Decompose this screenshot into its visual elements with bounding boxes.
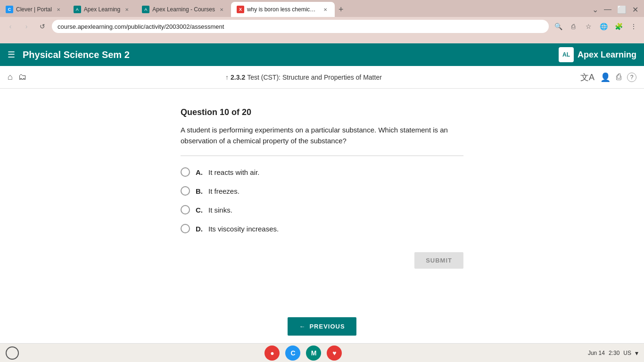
new-tab-button[interactable]: + [335, 5, 347, 15]
sub-header-left: ⌂ 🗂 [8, 72, 27, 82]
user-icon[interactable]: 👤 [600, 72, 611, 82]
radio-button-1[interactable] [181, 186, 190, 196]
search-icon[interactable]: 🔍 [552, 20, 565, 33]
taskbar-circle[interactable] [6, 346, 19, 360]
answer-choice-2[interactable]: C. It sinks. [181, 205, 463, 214]
tab-controls: ⌄ — ⬜ ✕ [590, 2, 644, 17]
breadcrumb-type: Test (CST): [247, 74, 281, 81]
extensions-icon[interactable]: 🧩 [612, 20, 625, 33]
back-button[interactable]: ‹ [4, 20, 17, 33]
submit-button[interactable]: SUBMIT [414, 252, 463, 269]
previous-label: PREVIOUS [309, 323, 345, 330]
question-text: A student is performing experiments on a… [181, 125, 463, 146]
address-input[interactable] [52, 20, 549, 33]
app-title: Physical Science Sem 2 [23, 49, 559, 60]
tab-favicon: A [74, 6, 81, 13]
taskbar-app-chrome[interactable]: ● [264, 346, 280, 361]
tab-tab4[interactable]: X why is boron less chemically re... ✕ [231, 2, 335, 17]
minimize-button[interactable]: — [602, 3, 613, 16]
taskbar-app-clever[interactable]: C [285, 346, 300, 361]
translate-icon[interactable]: 🌐 [597, 20, 610, 33]
breadcrumb-arrow: ↑ [225, 74, 229, 81]
help-icon[interactable]: ? [627, 73, 636, 82]
browser-chrome: C Clever | Portal ✕ A Apex Learning ✕ A … [0, 0, 644, 43]
choice-text-2: It sinks. [208, 206, 232, 214]
question-container: Question 10 of 20 A student is performin… [181, 107, 463, 233]
apex-logo-text: Apex Learning [578, 50, 636, 60]
taskbar-app-meet[interactable]: M [306, 346, 321, 361]
sub-header: ⌂ 🗂 ↑ 2.3.2 Test (CST): Structure and Pr… [0, 66, 644, 89]
choice-text-3: Its viscosity increases. [208, 225, 279, 233]
restore-button[interactable]: ⬜ [615, 3, 628, 16]
tab-tab2[interactable]: A Apex Learning ✕ [68, 2, 136, 17]
apex-logo-icon: AL [559, 47, 574, 62]
tab-favicon: C [6, 6, 13, 13]
choice-letter-3: D. [196, 225, 203, 233]
question-number: Question 10 of 20 [181, 107, 463, 117]
breadcrumb: ↑ 2.3.2 Test (CST): Structure and Proper… [31, 74, 577, 81]
tab-title: Clever | Portal [16, 6, 52, 13]
tab-close-icon[interactable]: ✕ [322, 6, 329, 13]
choice-letter-0: A. [196, 168, 203, 176]
answer-choice-1[interactable]: B. It freezes. [181, 186, 463, 196]
app-header: ☰ Physical Science Sem 2 AL Apex Learnin… [0, 43, 644, 66]
breadcrumb-number: 2.3.2 [231, 74, 245, 81]
answer-choices: A. It reacts with air. B. It freezes. C.… [181, 167, 463, 233]
tab-close-icon[interactable]: ✕ [218, 6, 225, 13]
radio-button-0[interactable] [181, 167, 190, 177]
submit-area: SUBMIT [181, 252, 463, 269]
close-button[interactable]: ✕ [630, 3, 640, 16]
main-content: Question 10 of 20 A student is performin… [0, 89, 644, 315]
taskbar-region: US [623, 350, 631, 356]
bottom-nav: ← PREVIOUS [0, 310, 644, 343]
taskbar-right: Jun 14 2:30 US ▾ [588, 349, 638, 357]
print-icon[interactable]: ⎙ [616, 72, 621, 82]
choice-text-1: It freezes. [208, 187, 239, 195]
choice-text-0: It reacts with air. [208, 168, 259, 176]
apex-logo: AL Apex Learning [559, 47, 636, 62]
sub-header-right: 文A 👤 ⎙ ? [580, 72, 636, 83]
tab-favicon: X [237, 6, 244, 13]
radio-button-3[interactable] [181, 224, 190, 233]
tab-overflow-button[interactable]: ⌄ [590, 3, 600, 16]
choice-letter-1: B. [196, 187, 203, 195]
tab-tab3[interactable]: A Apex Learning - Courses ✕ [136, 2, 231, 17]
question-divider [181, 156, 463, 156]
taskbar-date: Jun 14 [588, 350, 605, 356]
address-bar: ‹ › ↺ 🔍 ⎙ ☆ 🌐 🧩 ⋮ [0, 17, 644, 36]
bookmark-icon[interactable]: ☆ [582, 20, 595, 33]
choice-letter-2: C. [196, 206, 203, 214]
tab-title: Apex Learning - Courses [152, 6, 215, 13]
answer-choice-3[interactable]: D. Its viscosity increases. [181, 224, 463, 233]
menu-icon[interactable]: ☰ [8, 49, 15, 60]
tab-bar: C Clever | Portal ✕ A Apex Learning ✕ A … [0, 0, 644, 17]
taskbar-time: 2:30 [609, 350, 619, 356]
share-icon[interactable]: ⎙ [567, 20, 580, 33]
forward-button[interactable]: › [20, 20, 33, 33]
taskbar-center: ●CM♥ [19, 346, 588, 361]
breadcrumb-title: Structure and Properties of Matter [282, 74, 382, 81]
browser-menu-icon[interactable]: ⋮ [627, 20, 640, 33]
tab-close-icon[interactable]: ✕ [123, 6, 131, 13]
reload-button[interactable]: ↺ [36, 20, 49, 33]
translate-icon[interactable]: 文A [580, 72, 594, 83]
tab-title: why is boron less chemically re... [247, 6, 319, 13]
address-icons: 🔍 ⎙ ☆ 🌐 🧩 ⋮ [552, 20, 640, 33]
taskbar-left [6, 346, 19, 360]
wifi-icon: ▾ [635, 349, 638, 357]
radio-button-2[interactable] [181, 205, 190, 214]
briefcase-icon[interactable]: 🗂 [18, 72, 27, 82]
tab-title: Apex Learning [84, 6, 120, 13]
tab-tab1[interactable]: C Clever | Portal ✕ [0, 2, 68, 17]
taskbar-app-rd[interactable]: ♥ [327, 346, 342, 361]
answer-choice-0[interactable]: A. It reacts with air. [181, 167, 463, 177]
home-icon[interactable]: ⌂ [8, 72, 13, 82]
taskbar: ●CM♥ Jun 14 2:30 US ▾ [0, 343, 644, 362]
tab-close-icon[interactable]: ✕ [55, 6, 62, 13]
tab-favicon: A [142, 6, 149, 13]
previous-button[interactable]: ← PREVIOUS [288, 317, 356, 336]
previous-arrow: ← [299, 323, 305, 330]
